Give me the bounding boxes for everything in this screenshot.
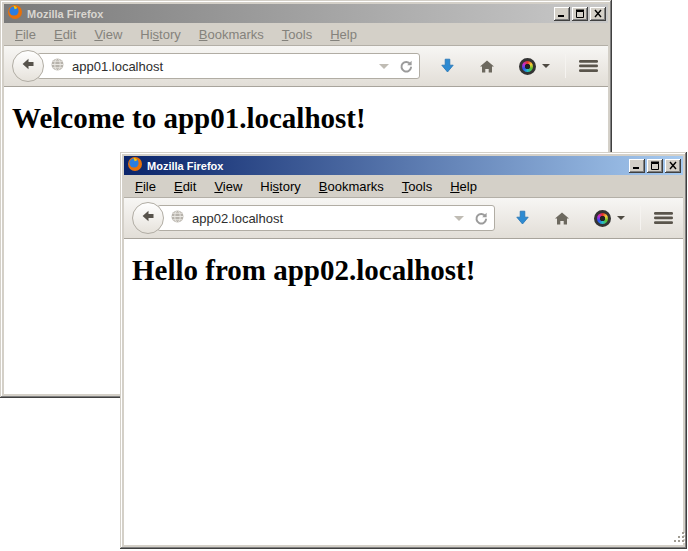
globe-icon[interactable] — [50, 57, 65, 76]
home-icon[interactable] — [479, 59, 495, 74]
globe-icon[interactable] — [170, 209, 185, 228]
download-arrow-icon[interactable] — [440, 58, 455, 74]
titlebar[interactable]: Mozilla Firefox — [124, 156, 683, 175]
menu-item-file[interactable]: File — [126, 177, 165, 196]
reload-icon[interactable] — [398, 59, 413, 74]
menu-bar: File Edit View History Bookmarks Tools H… — [124, 175, 683, 197]
titlebar[interactable]: Mozilla Firefox — [4, 4, 608, 23]
menu-item-edit[interactable]: Edit — [165, 177, 205, 196]
toolbar-separator — [565, 54, 566, 78]
back-arrow-icon — [20, 56, 36, 76]
menu-item-help[interactable]: Help — [441, 177, 486, 196]
close-icon[interactable] — [590, 7, 606, 21]
download-arrow-icon[interactable] — [515, 210, 530, 226]
firefox-logo-icon[interactable] — [7, 4, 23, 24]
chevron-down-icon[interactable] — [379, 64, 389, 69]
home-icon[interactable] — [554, 211, 570, 226]
back-arrow-icon — [140, 208, 156, 228]
maximize-icon[interactable] — [647, 159, 663, 173]
menu-item-help[interactable]: Help — [321, 25, 366, 44]
menu-item-view[interactable]: View — [205, 177, 251, 196]
menu-item-edit[interactable]: Edit — [45, 25, 85, 44]
maximize-icon[interactable] — [572, 7, 588, 21]
menu-item-file[interactable]: File — [6, 25, 45, 44]
menu-item-view[interactable]: View — [85, 25, 131, 44]
url-input[interactable] — [72, 59, 375, 74]
menu-item-tools[interactable]: Tools — [273, 25, 321, 44]
menu-item-bookmarks[interactable]: Bookmarks — [310, 177, 393, 196]
chevron-down-icon[interactable] — [454, 216, 464, 221]
resize-grip[interactable] — [673, 530, 686, 548]
window-title: Mozilla Firefox — [147, 160, 627, 172]
reload-icon[interactable] — [473, 211, 488, 226]
minimize-icon[interactable] — [554, 7, 570, 21]
page-heading: Hello from app02.localhost! — [132, 254, 675, 287]
menu-bar: File Edit View History Bookmarks Tools H… — [4, 23, 608, 45]
menu-item-history[interactable]: History — [131, 25, 189, 44]
back-button[interactable] — [132, 202, 164, 234]
close-icon[interactable] — [665, 159, 681, 173]
toolbar-separator — [640, 206, 641, 230]
url-bar — [37, 53, 420, 79]
chevron-down-icon[interactable] — [542, 64, 550, 68]
nav-toolbar — [4, 45, 608, 87]
menu-item-tools[interactable]: Tools — [393, 177, 441, 196]
nav-toolbar — [124, 197, 683, 239]
chevron-down-icon[interactable] — [617, 216, 625, 220]
color-wheel-icon[interactable] — [594, 210, 611, 227]
back-button[interactable] — [12, 50, 44, 82]
page-heading: Welcome to app01.localhost! — [12, 102, 600, 135]
color-wheel-icon[interactable] — [519, 58, 536, 75]
minimize-icon[interactable] — [629, 159, 645, 173]
page-content: Hello from app02.localhost! — [124, 239, 683, 545]
firefox-logo-icon[interactable] — [127, 156, 143, 176]
url-bar — [157, 205, 495, 231]
browser-window-app02: Mozilla Firefox File Edit View History B… — [120, 152, 687, 549]
menu-item-history[interactable]: History — [251, 177, 309, 196]
menu-item-bookmarks[interactable]: Bookmarks — [190, 25, 273, 44]
url-input[interactable] — [192, 211, 450, 226]
hamburger-menu-icon[interactable] — [654, 211, 673, 225]
window-title: Mozilla Firefox — [27, 8, 552, 20]
hamburger-menu-icon[interactable] — [579, 59, 598, 73]
